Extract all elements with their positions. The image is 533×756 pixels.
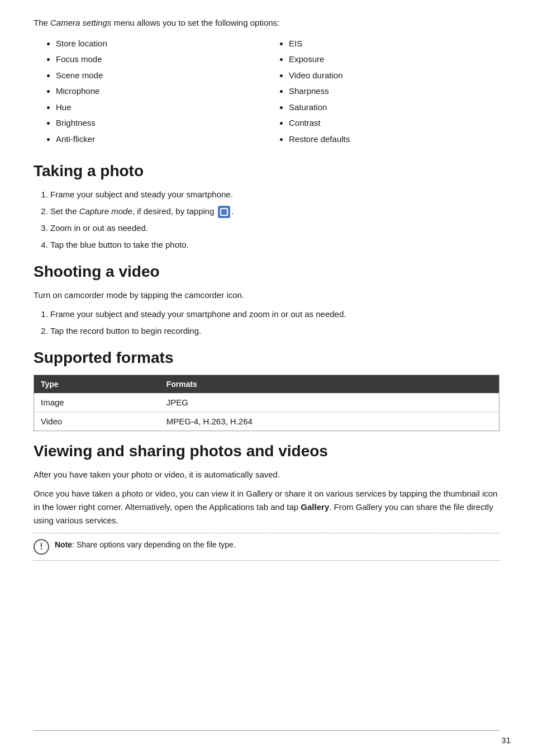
list-item: Saturation — [289, 101, 499, 114]
viewing-sharing-section: Viewing and sharing photos and videos Af… — [34, 442, 499, 561]
taking-photo-heading: Taking a photo — [34, 162, 499, 180]
list-item: Anti-flicker — [56, 133, 266, 146]
shooting-video-steps: Frame your subject and steady your smart… — [34, 308, 499, 338]
shooting-video-heading: Shooting a video — [34, 263, 499, 281]
settings-list: Store location Focus mode Scene mode Mic… — [34, 37, 499, 149]
viewing-sharing-para1: After you have taken your photo or video… — [34, 468, 499, 481]
intro-text-after: menu allows you to set the following opt… — [113, 18, 279, 27]
bottom-divider — [34, 730, 499, 731]
note-text: Note: Share options vary depending on th… — [55, 539, 236, 551]
table-cell-type: Video — [34, 412, 160, 431]
note-box: ! Note: Share options vary depending on … — [34, 533, 499, 561]
capture-mode-italic: Capture mode — [79, 206, 132, 216]
step-2-text: Set the Capture mode, if desired, by tap… — [50, 206, 234, 216]
supported-formats-section: Supported formats Type Formats Image JPE… — [34, 349, 499, 431]
list-item: Video duration — [289, 69, 499, 82]
right-bullet-col: EIS Exposure Video duration Sharpness Sa… — [266, 37, 499, 149]
step-item: Tap the blue button to take the photo. — [50, 238, 499, 252]
table-cell-formats: JPEG — [160, 393, 499, 412]
gallery-bold: Gallery — [301, 502, 329, 512]
right-bullet-list: EIS Exposure Video duration Sharpness Sa… — [278, 37, 499, 146]
viewing-sharing-para2: Once you have taken a photo or video, yo… — [34, 487, 499, 527]
page-number: 31 — [501, 735, 511, 745]
formats-table: Type Formats Image JPEG Video MPEG-4, H.… — [34, 375, 499, 431]
list-item: Focus mode — [56, 53, 266, 66]
taking-photo-section: Taking a photo Frame your subject and st… — [34, 162, 499, 252]
left-bullet-col: Store location Focus mode Scene mode Mic… — [34, 37, 266, 149]
note-label: Note — [55, 540, 72, 549]
list-item: EIS — [289, 37, 499, 50]
table-row: Image JPEG — [34, 393, 499, 412]
table-row: Video MPEG-4, H.263, H.264 — [34, 412, 499, 431]
step-item: Set the Capture mode, if desired, by tap… — [50, 205, 499, 218]
list-item: Hue — [56, 101, 266, 114]
list-item: Store location — [56, 37, 266, 50]
shooting-video-intro: Turn on camcorder mode by tapping the ca… — [34, 289, 499, 302]
intro-paragraph: The Camera settings menu allows you to s… — [34, 17, 499, 30]
supported-formats-heading: Supported formats — [34, 349, 499, 367]
table-header-type: Type — [34, 375, 160, 394]
table-cell-type: Image — [34, 393, 160, 412]
step-item: Frame your subject and steady your smart… — [50, 188, 499, 201]
capture-mode-icon — [218, 206, 230, 218]
note-icon: ! — [34, 539, 49, 555]
shooting-video-section: Shooting a video Turn on camcorder mode … — [34, 263, 499, 338]
list-item: Sharpness — [289, 85, 499, 98]
list-item: Exposure — [289, 53, 499, 66]
step-1-text: Frame your subject and steady your smart… — [50, 190, 233, 199]
step-item: Frame your subject and steady your smart… — [50, 308, 499, 321]
viewing-sharing-heading: Viewing and sharing photos and videos — [34, 442, 499, 460]
step-4-text: Tap the blue button to take the photo. — [50, 240, 189, 249]
table-header-row: Type Formats — [34, 375, 499, 394]
list-item: Brightness — [56, 117, 266, 130]
step-item: Tap the record button to begin recording… — [50, 324, 499, 338]
table-header-formats: Formats — [160, 375, 499, 394]
left-bullet-list: Store location Focus mode Scene mode Mic… — [45, 37, 266, 146]
video-step-2: Tap the record button to begin recording… — [50, 326, 201, 336]
step-3-text: Zoom in or out as needed. — [50, 223, 148, 233]
list-item: Microphone — [56, 85, 266, 98]
list-item: Scene mode — [56, 69, 266, 82]
intro-italic: Camera settings — [50, 18, 111, 27]
note-content: : Share options vary depending on the fi… — [72, 540, 236, 549]
video-step-1: Frame your subject and steady your smart… — [50, 309, 346, 319]
step-item: Zoom in or out as needed. — [50, 221, 499, 235]
list-item: Restore defaults — [289, 133, 499, 146]
list-item: Contrast — [289, 117, 499, 130]
taking-photo-steps: Frame your subject and steady your smart… — [34, 188, 499, 252]
table-cell-formats: MPEG-4, H.263, H.264 — [160, 412, 499, 431]
